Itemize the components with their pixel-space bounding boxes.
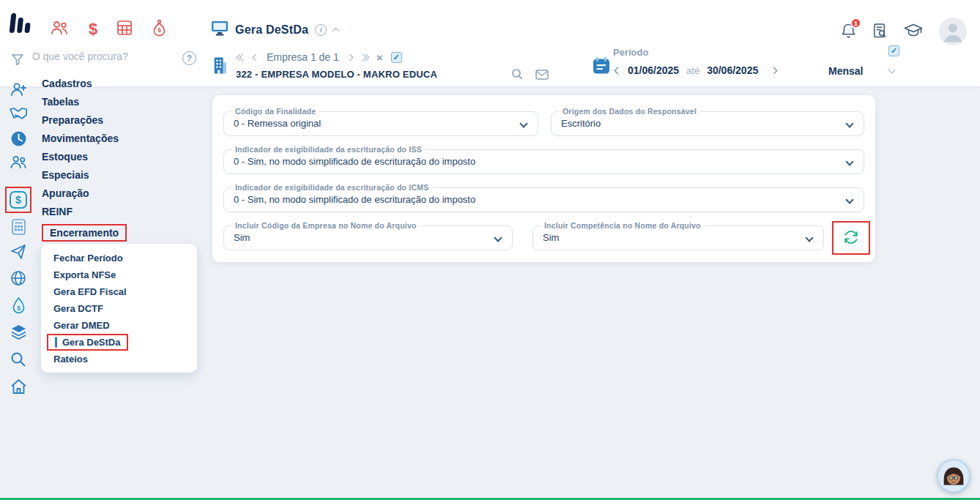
screen-icon (211, 20, 229, 40)
app-logo[interactable] (10, 13, 30, 33)
generate-refresh-button[interactable] (836, 225, 866, 251)
field-label: Incluir Código da Empresa no Nome do Arq… (231, 221, 420, 230)
svg-text:$: $ (17, 304, 21, 311)
tables-quick-button[interactable] (116, 20, 133, 38)
users-icon (50, 20, 70, 38)
audit-button[interactable] (872, 22, 888, 42)
send-rail-button[interactable] (9, 243, 28, 262)
header-actions: 1 (841, 18, 967, 45)
last-company-button[interactable] (360, 55, 368, 60)
next-company-button[interactable] (347, 55, 352, 60)
schedule-rail-button[interactable] (9, 130, 28, 149)
period-checkbox[interactable]: ✓ (888, 45, 899, 56)
table-icon (116, 20, 133, 38)
page-title: Gera DeStDa (235, 23, 308, 37)
field-label: Indicador de exigibilidade da escrituraç… (231, 183, 432, 192)
company-checkbox[interactable]: ✓ (391, 52, 402, 63)
layers-rail-button[interactable] (9, 324, 28, 343)
period-selector: 01/06/2025 até 30/06/2025 (615, 64, 776, 76)
submenu-item-gera-destda[interactable]: Gera DeStDa (47, 334, 128, 351)
clipboard-search-icon (872, 22, 888, 42)
sidebar-item-tabelas[interactable]: Tabelas (42, 92, 199, 111)
period-start-date[interactable]: 01/06/2025 (628, 64, 679, 76)
calendar-icon (592, 56, 611, 78)
taxes-quick-button[interactable]: $ (152, 19, 167, 39)
logo-bar (17, 18, 23, 33)
field-label: Indicador de exigibilidade da escrituraç… (231, 145, 426, 154)
annotation-box-refresh (832, 221, 870, 255)
filter-icon[interactable] (11, 53, 24, 69)
submenu-item-rateios[interactable]: Rateios (41, 351, 197, 367)
people-rail-button[interactable] (9, 154, 28, 173)
sidebar-item-reinf[interactable]: REINF (42, 202, 199, 220)
chevron-right-icon (346, 53, 353, 61)
submenu-item-exporta-nfse[interactable]: Exporta NFSe (41, 266, 197, 283)
svg-text:$: $ (157, 26, 161, 34)
user-avatar[interactable] (939, 18, 967, 45)
home-rail-button[interactable] (9, 378, 28, 397)
web-rail-button[interactable] (9, 269, 28, 288)
sidebar-item-encerramento[interactable]: Encerramento (42, 224, 127, 242)
sidebar-item-movimentacoes[interactable]: Movimentações (42, 129, 199, 147)
quick-access-bar: $ $ (50, 19, 167, 39)
select-origem-dados[interactable]: Origem dos Dados do Responsável Escritór… (551, 111, 864, 136)
submenu-item-fechar-periodo[interactable]: Fechar Período (41, 250, 197, 266)
period-until-label: até (686, 65, 699, 76)
submenu-item-label: Gera DeStDa (62, 337, 120, 348)
notifications-button[interactable]: 1 (841, 22, 856, 42)
search-input[interactable] (32, 51, 175, 62)
sidebar-item-especiais[interactable]: Especiais (42, 165, 199, 184)
chevron-left-icon (253, 53, 260, 61)
prev-company-button[interactable] (253, 55, 259, 60)
sidebar-item-preparacoes[interactable]: Preparações (42, 111, 199, 129)
submenu-item-gera-dctf[interactable]: Gera DCTF (41, 300, 197, 317)
page-title-group: Gera DeStDa i (211, 20, 338, 40)
select-exigibilidade-iss[interactable]: Indicador de exigibilidade da escrituraç… (223, 149, 864, 174)
company-search-button[interactable] (511, 68, 524, 83)
apuracao-rail-button[interactable]: $ (10, 191, 27, 209)
sidebar-item-estoques[interactable]: Estoques (42, 147, 199, 165)
clear-company-button[interactable]: × (376, 52, 383, 63)
submenu-item-gera-efd-fiscal[interactable]: Gera EFD Fiscal (41, 283, 197, 300)
next-period-button[interactable] (771, 68, 776, 73)
help-icon[interactable]: ? (182, 51, 196, 65)
sidebar-item-cadastros[interactable]: Cadastros (42, 74, 199, 92)
learning-button[interactable] (904, 23, 923, 40)
avatar-placeholder-icon (939, 18, 967, 45)
submenu-item-gerar-dmed[interactable]: Gerar DMED (41, 317, 197, 334)
company-pager-label: Empresa 1 de 1 (267, 51, 339, 63)
clock-icon (10, 130, 27, 149)
select-incluir-codigo-empresa[interactable]: Incluir Código da Empresa no Nome do Arq… (223, 225, 513, 250)
building-icon (212, 56, 228, 78)
prev-period-button[interactable] (615, 68, 620, 73)
calculator-rail-button[interactable] (9, 218, 28, 237)
assistant-character-icon (938, 460, 969, 492)
finance-rail-button[interactable]: $ (9, 296, 28, 316)
first-company-button[interactable] (237, 55, 245, 60)
billing-quick-button[interactable]: $ (89, 21, 97, 37)
collapse-chevron-up-icon[interactable] (333, 27, 340, 34)
paper-plane-icon (10, 244, 26, 262)
gera-destda-form-card: Código da Finalidade 0 - Remessa origina… (212, 95, 875, 262)
logo-bar (24, 23, 30, 33)
partnerships-rail-button[interactable] (9, 105, 28, 124)
company-actions (511, 68, 549, 83)
notification-badge: 1 (850, 18, 861, 29)
select-codigo-finalidade[interactable]: Código da Finalidade 0 - Remessa origina… (223, 111, 538, 136)
company-mail-button[interactable] (535, 70, 549, 82)
money-drop-icon: $ (12, 296, 26, 316)
select-incluir-competencia[interactable]: Incluir Competência no Nome do Arquivo S… (532, 225, 824, 250)
users-icon (10, 154, 28, 172)
dollar-icon: $ (89, 21, 97, 37)
search-rail-button[interactable] (9, 351, 28, 370)
people-quick-button[interactable] (50, 20, 70, 38)
assistant-avatar[interactable] (937, 459, 970, 493)
info-icon[interactable]: i (315, 24, 327, 36)
chevron-down-icon[interactable] (888, 67, 896, 74)
search-icon (511, 68, 524, 83)
select-exigibilidade-icms[interactable]: Indicador de exigibilidade da escrituraç… (223, 187, 864, 212)
period-mode-select[interactable]: Mensal (828, 65, 863, 77)
period-end-date[interactable]: 30/06/2025 (707, 64, 758, 76)
sidebar-item-apuracao[interactable]: Apuração (42, 184, 199, 202)
registrations-rail-button[interactable] (9, 81, 28, 100)
